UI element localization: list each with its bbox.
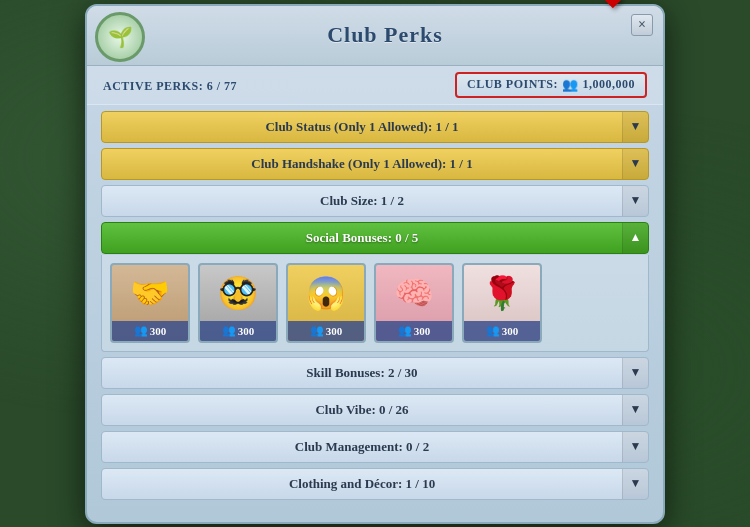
perk-row-club-management[interactable]: Club Management: 0 / 2 ▼: [101, 431, 649, 463]
handshake-icon: 🤝: [112, 265, 188, 321]
perk-arrow-clothing-decor: ▼: [622, 469, 648, 499]
perk-label-club-status: Club Status (Only 1 Allowed): 1 / 1: [102, 119, 622, 135]
perk-cost-mouth: 👥 300: [288, 321, 364, 341]
people-icon-2: 👥: [222, 324, 236, 337]
perk-row-club-size[interactable]: Club Size: 1 / 2 ▼: [101, 185, 649, 217]
active-perks-label: Active Perks: 6 / 77: [103, 79, 237, 93]
perk-label-skill-bonuses: Skill Bonuses: 2 / 30: [102, 365, 622, 381]
perk-label-club-size: Club Size: 1 / 2: [102, 193, 622, 209]
perk-arrow-skill-bonuses: ▼: [622, 358, 648, 388]
arrow-indicator: ⬇: [597, 0, 627, 16]
perk-item-rose[interactable]: 🌹 👥 300: [462, 263, 542, 343]
modal-header: 🌱 ⬇ Club Perks ×: [87, 6, 663, 66]
mouth-icon: 😱: [288, 265, 364, 321]
perk-label-club-management: Club Management: 0 / 2: [102, 439, 622, 455]
perk-arrow-club-management: ▼: [622, 432, 648, 462]
perk-cost-rose: 👥 300: [464, 321, 540, 341]
perk-arrow-club-size: ▼: [622, 186, 648, 216]
close-button[interactable]: ×: [631, 14, 653, 36]
people-icon-3: 👥: [310, 324, 324, 337]
modal-title: Club Perks: [327, 22, 443, 48]
club-perks-modal: 🌱 ⬇ Club Perks × Active Perks: 6 / 77 Cl…: [85, 4, 665, 524]
people-icon: 👥: [562, 77, 579, 93]
perk-item-handshake[interactable]: 🤝 👥 300: [110, 263, 190, 343]
perk-row-club-status[interactable]: Club Status (Only 1 Allowed): 1 / 1 ▼: [101, 111, 649, 143]
people-icon-5: 👥: [486, 324, 500, 337]
perk-arrow-club-vibe: ▼: [622, 395, 648, 425]
social-bonuses-expanded: 🤝 👥 300 🥸 👥 300 😱 👥: [101, 255, 649, 352]
perk-items-grid: 🤝 👥 300 🥸 👥 300 😱 👥: [110, 263, 640, 343]
perk-label-social-bonuses: Social Bonuses: 0 / 5: [102, 230, 622, 246]
rose-icon: 🌹: [464, 265, 540, 321]
glasses-icon: 🥸: [200, 265, 276, 321]
club-icon: 🌱: [95, 12, 145, 62]
perks-list: Club Status (Only 1 Allowed): 1 / 1 ▼ Cl…: [87, 105, 663, 506]
perk-arrow-club-handshake: ▼: [622, 149, 648, 179]
people-icon-4: 👥: [398, 324, 412, 337]
club-points-label: Club Points:: [467, 77, 558, 92]
people-icon-1: 👥: [134, 324, 148, 337]
perk-row-club-vibe[interactable]: Club Vibe: 0 / 26 ▼: [101, 394, 649, 426]
brain-icon: 🧠: [376, 265, 452, 321]
perk-cost-brain: 👥 300: [376, 321, 452, 341]
club-points-value: 1,000,000: [583, 77, 636, 92]
perk-item-glasses[interactable]: 🥸 👥 300: [198, 263, 278, 343]
perk-item-brain[interactable]: 🧠 👥 300: [374, 263, 454, 343]
perk-row-clothing-decor[interactable]: Clothing and Décor: 1 / 10 ▼: [101, 468, 649, 500]
active-perks-display: Active Perks: 6 / 77: [103, 76, 237, 94]
perk-row-social-bonuses[interactable]: Social Bonuses: 0 / 5 ▲: [101, 222, 649, 254]
perk-item-mouth[interactable]: 😱 👥 300: [286, 263, 366, 343]
perk-cost-glasses: 👥 300: [200, 321, 276, 341]
perk-arrow-social-bonuses: ▲: [622, 223, 648, 253]
perk-arrow-club-status: ▼: [622, 112, 648, 142]
perk-cost-handshake: 👥 300: [112, 321, 188, 341]
perk-label-clothing-decor: Clothing and Décor: 1 / 10: [102, 476, 622, 492]
perk-label-club-vibe: Club Vibe: 0 / 26: [102, 402, 622, 418]
club-points-badge: Club Points: 👥 1,000,000: [455, 72, 647, 98]
stats-bar: Active Perks: 6 / 77 Club Points: 👥 1,00…: [87, 66, 663, 105]
perk-row-skill-bonuses[interactable]: Skill Bonuses: 2 / 30 ▼: [101, 357, 649, 389]
perk-label-club-handshake: Club Handshake (Only 1 Allowed): 1 / 1: [102, 156, 622, 172]
perk-row-club-handshake[interactable]: Club Handshake (Only 1 Allowed): 1 / 1 ▼: [101, 148, 649, 180]
